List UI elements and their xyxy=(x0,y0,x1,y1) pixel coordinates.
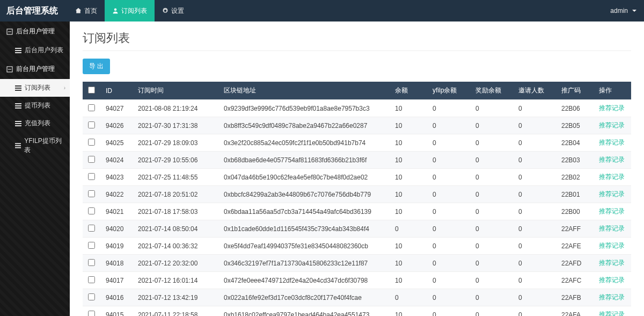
cell-balance: 0 xyxy=(390,289,427,306)
minus-square-icon xyxy=(6,66,13,73)
recommend-record-link[interactable]: 推荐记录 xyxy=(599,121,625,129)
cell-invited: 0 xyxy=(513,203,556,220)
cell-yfilp: 0 xyxy=(427,255,470,272)
cell-balance: 10 xyxy=(390,186,427,203)
separator xyxy=(83,51,631,51)
table-row: 940182021-07-12 20:32:000x346c32197ef7f1… xyxy=(83,255,631,272)
cell-code: 22B02 xyxy=(556,169,594,186)
cell-reward: 0 xyxy=(470,272,513,289)
table-row: 940212021-07-18 17:58:030x6bdaa11a56aa5d… xyxy=(83,203,631,220)
recommend-record-link[interactable]: 推荐记录 xyxy=(599,207,625,215)
cell-balance: 10 xyxy=(390,255,427,272)
cell-yfilp: 0 xyxy=(427,169,470,186)
sidebar-item-backend-userlist[interactable]: 后台用户列表 xyxy=(0,41,70,59)
recommend-record-link[interactable]: 推荐记录 xyxy=(599,173,625,181)
cell-address: 0xe5f4dd7eaf149940375fe31e83450448082360… xyxy=(218,238,390,255)
cell-address: 0xb68dbae6de4e057754af811683fd6366b21b3f… xyxy=(218,152,390,169)
sidebar-item-yfilp-withdraw[interactable]: YFILP提币列表 xyxy=(0,132,70,159)
recommend-record-link[interactable]: 推荐记录 xyxy=(599,156,625,163)
svg-rect-8 xyxy=(15,85,21,87)
svg-rect-4 xyxy=(15,50,21,51)
select-all-checkbox[interactable] xyxy=(88,87,95,94)
sidebar-group-label: 前台用户管理 xyxy=(16,64,55,74)
cell-address: 0x047da46b5e190c62fea4e5ef80c7be48f0d2ae… xyxy=(218,169,390,186)
cell-reward: 0 xyxy=(470,255,513,272)
recommend-record-link[interactable]: 推荐记录 xyxy=(599,225,625,232)
cell-balance: 10 xyxy=(390,134,427,152)
minus-square-icon xyxy=(6,28,13,35)
sidebar-item-subscribe[interactable]: 订阅列表 › xyxy=(0,79,70,97)
cell-address: 0x346c32197ef7f1a713730a415806233c12e11f… xyxy=(218,255,390,272)
row-checkbox[interactable] xyxy=(88,156,95,163)
row-checkbox[interactable] xyxy=(88,311,95,317)
cell-invited: 0 xyxy=(513,255,556,272)
col-invited: 邀请人数 xyxy=(513,82,556,100)
row-checkbox[interactable] xyxy=(88,293,95,300)
recommend-record-link[interactable]: 推荐记录 xyxy=(599,259,625,267)
cell-code: 22AFE xyxy=(556,238,594,255)
table-row: 940252021-07-29 18:09:030x3e2f20c885a24e… xyxy=(83,134,631,152)
row-checkbox[interactable] xyxy=(88,173,95,180)
cell-yfilp: 0 xyxy=(427,238,470,255)
cell-balance: 10 xyxy=(390,203,427,220)
cell-code: 22B04 xyxy=(556,134,594,152)
nav-home[interactable]: 首页 xyxy=(68,0,105,21)
cell-yfilp: 0 xyxy=(427,203,470,220)
home-icon xyxy=(75,8,82,14)
row-checkbox[interactable] xyxy=(88,207,95,214)
cell-id: 94020 xyxy=(100,220,133,238)
svg-rect-17 xyxy=(15,143,21,144)
cell-invited: 0 xyxy=(513,152,556,169)
row-checkbox[interactable] xyxy=(88,190,95,197)
recommend-record-link[interactable]: 推荐记录 xyxy=(599,242,625,249)
row-checkbox[interactable] xyxy=(88,259,95,266)
cell-code: 22AFF xyxy=(556,220,594,238)
sidebar-item-recharge[interactable]: 充值列表 xyxy=(0,114,70,132)
cell-code: 22B06 xyxy=(556,100,594,117)
row-checkbox[interactable] xyxy=(88,242,95,249)
user-menu[interactable]: admin xyxy=(610,7,638,15)
recommend-record-link[interactable]: 推荐记录 xyxy=(599,293,625,301)
recommend-record-link[interactable]: 推荐记录 xyxy=(599,139,625,146)
recommend-record-link[interactable]: 推荐记录 xyxy=(599,276,625,284)
sidebar-item-label: YFILP提币列表 xyxy=(24,137,65,155)
row-checkbox[interactable] xyxy=(88,225,95,232)
svg-rect-19 xyxy=(15,147,21,148)
sidebar-item-withdraw[interactable]: 提币列表 xyxy=(0,97,70,114)
cell-id: 94018 xyxy=(100,255,133,272)
recommend-record-link[interactable]: 推荐记录 xyxy=(599,311,625,316)
table-row: 940272021-08-08 21:19:240x9239df3e9996c7… xyxy=(83,100,631,117)
nav-home-label: 首页 xyxy=(84,6,97,16)
cell-id: 94024 xyxy=(100,152,133,169)
cell-id: 94019 xyxy=(100,238,133,255)
recommend-record-link[interactable]: 推荐记录 xyxy=(599,190,625,198)
cell-reward: 0 xyxy=(470,306,513,317)
cell-reward: 0 xyxy=(470,152,513,169)
sidebar-group-label: 后台用户管理 xyxy=(16,27,55,36)
cell-time: 2021-07-14 08:50:04 xyxy=(133,220,218,238)
list-icon xyxy=(15,142,21,149)
recommend-record-link[interactable]: 推荐记录 xyxy=(599,104,625,112)
cell-balance: 10 xyxy=(390,117,427,134)
row-checkbox[interactable] xyxy=(88,104,95,111)
gear-icon xyxy=(162,8,169,14)
svg-rect-15 xyxy=(15,123,21,124)
cell-id: 94025 xyxy=(100,134,133,152)
cell-reward: 0 xyxy=(470,100,513,117)
sidebar-group-backend-users[interactable]: 后台用户管理 xyxy=(0,21,70,41)
export-button[interactable]: 导 出 xyxy=(83,59,110,74)
sidebar-group-frontend-users[interactable]: 前台用户管理 xyxy=(0,59,70,79)
cell-time: 2021-07-12 13:42:19 xyxy=(133,289,218,306)
svg-rect-12 xyxy=(15,105,21,106)
cell-time: 2021-07-14 00:36:32 xyxy=(133,238,218,255)
nav-subscribe[interactable]: 订阅列表 xyxy=(105,0,155,21)
cell-code: 22AFB xyxy=(556,289,594,306)
nav-settings[interactable]: 设置 xyxy=(155,0,192,21)
row-checkbox[interactable] xyxy=(88,276,95,283)
cell-code: 22B00 xyxy=(556,203,594,220)
col-reward: 奖励余额 xyxy=(470,82,513,100)
cell-id: 94016 xyxy=(100,289,133,306)
row-checkbox[interactable] xyxy=(88,139,95,146)
row-checkbox[interactable] xyxy=(88,121,95,128)
cell-invited: 0 xyxy=(513,186,556,203)
